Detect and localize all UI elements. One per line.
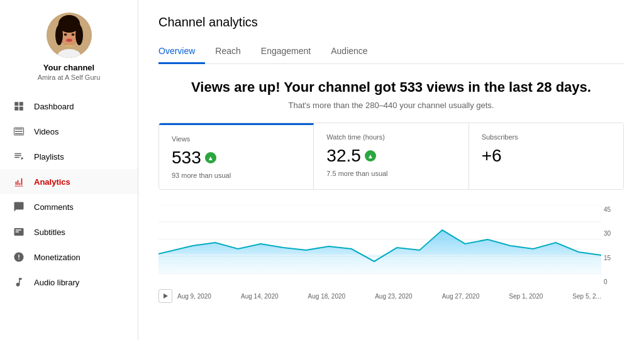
- analytics-subline: That's more than the 280–440 your channe…: [158, 101, 624, 110]
- svg-marker-17: [164, 293, 168, 299]
- tab-engagement[interactable]: Engagement: [251, 40, 321, 64]
- sidebar-item-label-analytics: Analytics: [34, 177, 70, 187]
- x-label-4: Aug 27, 2020: [442, 293, 480, 300]
- stats-row: Views 533 ▲ 93 more than usual Watch tim…: [158, 123, 624, 190]
- sidebar-item-comments[interactable]: Comments: [0, 194, 138, 219]
- tabs-bar: Overview Reach Engagement Audience: [158, 40, 624, 64]
- x-label-1: Aug 14, 2020: [241, 293, 279, 300]
- channel-info: Your channel Amira at A Self Guru: [38, 13, 101, 81]
- stat-card-subscribers[interactable]: Subscribers +6: [469, 123, 623, 189]
- x-label-3: Aug 23, 2020: [375, 293, 413, 300]
- sidebar-item-audio-library[interactable]: Audio library: [0, 270, 138, 295]
- analytics-icon: [13, 175, 25, 188]
- sidebar-item-analytics[interactable]: Analytics: [0, 169, 138, 194]
- audio-library-icon: [13, 276, 25, 288]
- channel-name: Your channel: [43, 63, 94, 72]
- dashboard-icon: [13, 100, 25, 112]
- tab-audience[interactable]: Audience: [321, 40, 377, 64]
- y-label-15: 15: [604, 255, 624, 261]
- stat-label-views: Views: [172, 135, 301, 143]
- sidebar-item-videos[interactable]: Videos: [0, 119, 138, 144]
- monetization-icon: [13, 251, 25, 263]
- sidebar: Your channel Amira at A Self Guru Dashbo…: [0, 0, 138, 340]
- tab-overview[interactable]: Overview: [158, 40, 205, 64]
- y-label-0: 0: [604, 278, 624, 285]
- chart-bottom-bar: Aug 9, 2020 Aug 14, 2020 Aug 18, 2020 Au…: [158, 289, 624, 303]
- sidebar-item-label-audio-library: Audio library: [34, 278, 79, 287]
- x-label-0: Aug 9, 2020: [177, 293, 211, 300]
- analytics-headline: Views are up! Your channel got 533 views…: [158, 79, 624, 96]
- up-arrow-views: ▲: [205, 152, 216, 163]
- stat-label-subscribers: Subscribers: [482, 133, 611, 141]
- up-arrow-watch-time: ▲: [365, 150, 376, 162]
- channel-subtitle: Amira at A Self Guru: [38, 74, 101, 81]
- main-content: Channel analytics Overview Reach Engagem…: [138, 0, 644, 340]
- stat-value-subscribers: +6: [482, 146, 611, 166]
- subtitles-icon: [13, 226, 25, 238]
- stat-card-views[interactable]: Views 533 ▲ 93 more than usual: [159, 123, 314, 189]
- x-label-5: Sep 1, 2020: [509, 293, 543, 300]
- sidebar-item-label-comments: Comments: [34, 202, 74, 212]
- sidebar-item-subtitles[interactable]: Subtitles: [0, 219, 138, 244]
- playlists-icon: [13, 150, 25, 163]
- avatar: [47, 13, 92, 58]
- sidebar-item-label-videos: Videos: [34, 127, 59, 136]
- svg-point-6: [64, 33, 67, 36]
- svg-point-7: [71, 33, 74, 36]
- stat-label-watch-time: Watch time (hours): [326, 133, 455, 141]
- sidebar-item-label-playlists: Playlists: [34, 152, 64, 162]
- sidebar-item-label-dashboard: Dashboard: [34, 102, 74, 111]
- chart-x-labels: Aug 9, 2020 Aug 14, 2020 Aug 18, 2020 Au…: [172, 293, 601, 300]
- svg-rect-10: [65, 45, 73, 47]
- chart-play-button[interactable]: [158, 289, 172, 303]
- stat-note-views: 93 more than usual: [172, 172, 301, 179]
- chart-area: 45 30 15 0 Aug 9, 2020 Aug 14, 2020 Aug …: [158, 205, 624, 303]
- chart-svg: [158, 205, 601, 274]
- comments-icon: [13, 200, 25, 213]
- chart-y-labels: 45 30 15 0: [601, 205, 624, 287]
- stat-note-watch-time: 7.5 more than usual: [326, 170, 455, 177]
- sidebar-item-monetization[interactable]: Monetization: [0, 244, 138, 270]
- nav-items: Dashboard Videos Playlists Analytics: [0, 94, 138, 295]
- svg-point-4: [55, 25, 63, 45]
- stat-value-views: 533 ▲: [172, 148, 301, 168]
- svg-point-5: [75, 25, 83, 45]
- stat-card-watch-time[interactable]: Watch time (hours) 32.5 ▲ 7.5 more than …: [314, 123, 469, 189]
- svg-point-8: [66, 39, 72, 42]
- page-title: Channel analytics: [158, 15, 624, 30]
- videos-icon: [13, 125, 25, 138]
- stat-value-watch-time: 32.5 ▲: [326, 146, 455, 166]
- x-label-6: Sep 5, 2...: [572, 293, 601, 300]
- y-label-30: 30: [604, 230, 624, 237]
- sidebar-item-label-monetization: Monetization: [34, 253, 80, 262]
- y-label-45: 45: [604, 206, 624, 213]
- tab-reach[interactable]: Reach: [205, 40, 250, 64]
- sidebar-item-label-subtitles: Subtitles: [34, 228, 65, 237]
- sidebar-item-playlists[interactable]: Playlists: [0, 144, 138, 169]
- x-label-2: Aug 18, 2020: [308, 293, 346, 300]
- sidebar-item-dashboard[interactable]: Dashboard: [0, 94, 138, 119]
